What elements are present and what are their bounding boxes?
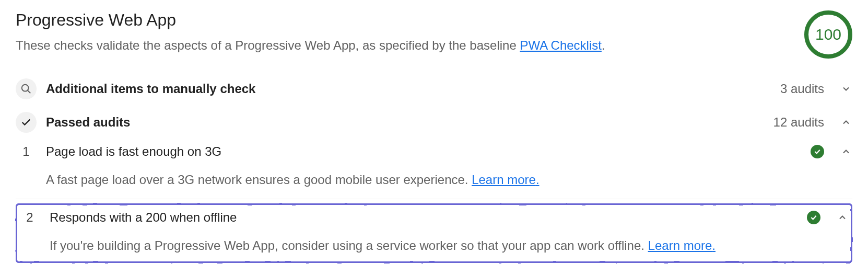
report-header: Progressive Web App These checks validat… <box>16 10 852 59</box>
audit-header-row[interactable]: 1 Page load is fast enough on 3G <box>16 144 852 159</box>
header-text: Progressive Web App These checks validat… <box>16 10 789 55</box>
audit-description: If you're building a Progressive Web App… <box>50 236 849 255</box>
score-gauge: 100 <box>804 10 852 59</box>
pass-check-icon <box>807 211 820 224</box>
audit-number: 2 <box>19 210 40 225</box>
svg-point-0 <box>22 85 29 91</box>
audit-item: 1 Page load is fast enough on 3G A fast … <box>16 139 852 199</box>
pwa-checklist-link[interactable]: PWA Checklist <box>520 38 601 52</box>
score-value: 100 <box>815 26 841 43</box>
passed-audits-section-header[interactable]: Passed audits 12 audits <box>16 106 852 139</box>
manual-audit-count: 3 audits <box>780 82 824 96</box>
search-icon <box>16 78 37 99</box>
audit-description: A fast page load over a 3G network ensur… <box>46 170 852 189</box>
manual-checks-section-header[interactable]: Additional items to manually check 3 aud… <box>16 72 852 106</box>
audit-item-highlighted: 2 Responds with a 200 when offline If yo… <box>16 203 852 263</box>
chevron-up-icon[interactable] <box>836 211 849 224</box>
chevron-down-icon[interactable] <box>840 83 852 95</box>
manual-section-label: Additional items to manually check <box>46 82 771 96</box>
chevron-up-icon[interactable] <box>840 116 852 129</box>
learn-more-link[interactable]: Learn more <box>472 173 539 187</box>
pass-check-icon <box>811 145 824 158</box>
page-subtitle: These checks validate the aspects of a P… <box>16 36 789 55</box>
subtitle-suffix: . <box>602 38 605 52</box>
learn-more-link[interactable]: Learn more <box>648 238 715 253</box>
audit-title: Page load is fast enough on 3G <box>46 144 801 159</box>
page-title: Progressive Web App <box>16 10 789 30</box>
audit-desc-text: If you're building a Progressive Web App… <box>50 238 648 253</box>
audit-number: 1 <box>16 144 37 159</box>
subtitle-prefix: These checks validate the aspects of a P… <box>16 38 520 52</box>
chevron-up-icon[interactable] <box>840 145 852 158</box>
svg-line-1 <box>28 90 30 93</box>
audit-desc-text: A fast page load over a 3G network ensur… <box>46 173 472 187</box>
checkmark-icon <box>16 112 37 133</box>
passed-section-label: Passed audits <box>46 115 764 130</box>
audit-title: Responds with a 200 when offline <box>50 210 797 225</box>
passed-audit-count: 12 audits <box>773 115 824 130</box>
audit-header-row[interactable]: 2 Responds with a 200 when offline <box>19 210 849 225</box>
